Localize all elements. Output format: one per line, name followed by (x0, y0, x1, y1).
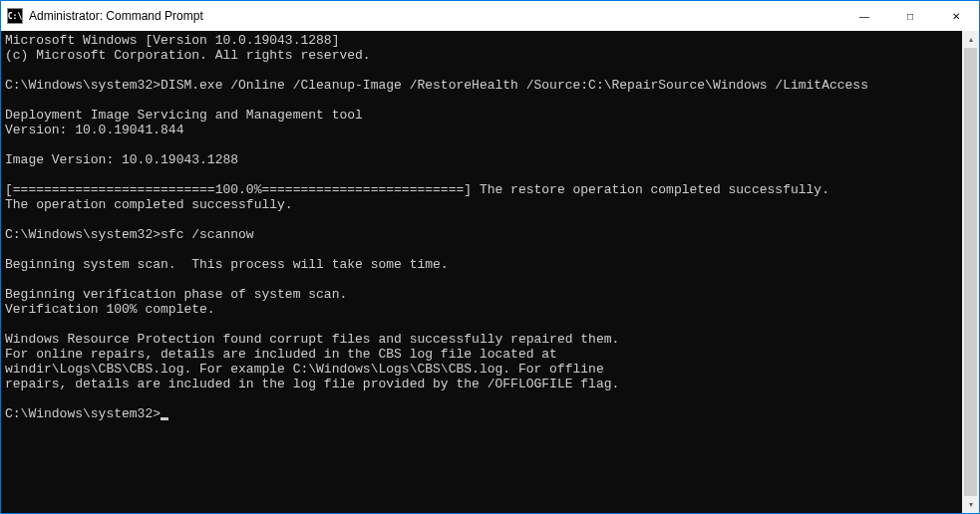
content-area: Microsoft Windows [Version 10.0.19043.12… (1, 31, 979, 513)
terminal-line (5, 242, 958, 257)
terminal-line (5, 63, 958, 78)
terminal-line: C:\Windows\system32>sfc /scannow (5, 227, 958, 242)
terminal-line (5, 93, 958, 108)
terminal-line (5, 137, 958, 152)
terminal-prompt-line[interactable]: C:\Windows\system32> (5, 406, 958, 421)
terminal-output[interactable]: Microsoft Windows [Version 10.0.19043.12… (1, 31, 962, 513)
terminal-line: Verification 100% complete. (5, 302, 958, 317)
scroll-down-arrow[interactable]: ▾ (962, 496, 979, 513)
window-controls: — □ ✕ (841, 1, 979, 31)
terminal-line (5, 212, 958, 227)
vertical-scrollbar[interactable]: ▴ ▾ (962, 31, 979, 513)
terminal-line: Beginning verification phase of system s… (5, 287, 958, 302)
terminal-line: repairs, details are included in the log… (5, 377, 958, 391)
terminal-line: windir\Logs\CBS\CBS.log. For example C:\… (5, 362, 958, 377)
terminal-prompt: C:\Windows\system32> (5, 406, 161, 421)
command-prompt-window: C:\ Administrator: Command Prompt — □ ✕ … (0, 0, 980, 514)
terminal-line: Beginning system scan. This process will… (5, 257, 958, 272)
minimize-button[interactable]: — (841, 1, 887, 31)
maximize-button[interactable]: □ (887, 1, 933, 31)
terminal-line: Windows Resource Protection found corrup… (5, 332, 958, 347)
terminal-line: Deployment Image Servicing and Managemen… (5, 108, 958, 123)
terminal-line (5, 317, 958, 332)
scroll-track[interactable] (962, 48, 979, 496)
terminal-line (5, 167, 958, 182)
terminal-line: [==========================100.0%=======… (5, 182, 958, 197)
terminal-line: (c) Microsoft Corporation. All rights re… (5, 48, 958, 63)
terminal-line: The operation completed successfully. (5, 197, 958, 212)
terminal-line (5, 272, 958, 287)
terminal-line: C:\Windows\system32>DISM.exe /Online /Cl… (5, 78, 958, 93)
close-button[interactable]: ✕ (933, 1, 979, 31)
terminal-line (5, 391, 958, 406)
terminal-line: Version: 10.0.19041.844 (5, 123, 958, 137)
titlebar[interactable]: C:\ Administrator: Command Prompt — □ ✕ (1, 1, 979, 31)
app-icon: C:\ (7, 8, 23, 24)
terminal-line: For online repairs, details are included… (5, 347, 958, 362)
window-title: Administrator: Command Prompt (29, 9, 841, 23)
scroll-up-arrow[interactable]: ▴ (962, 31, 979, 48)
scroll-thumb[interactable] (964, 48, 977, 496)
terminal-line: Microsoft Windows [Version 10.0.19043.12… (5, 33, 958, 48)
terminal-line: Image Version: 10.0.19043.1288 (5, 152, 958, 167)
terminal-cursor (161, 417, 168, 420)
